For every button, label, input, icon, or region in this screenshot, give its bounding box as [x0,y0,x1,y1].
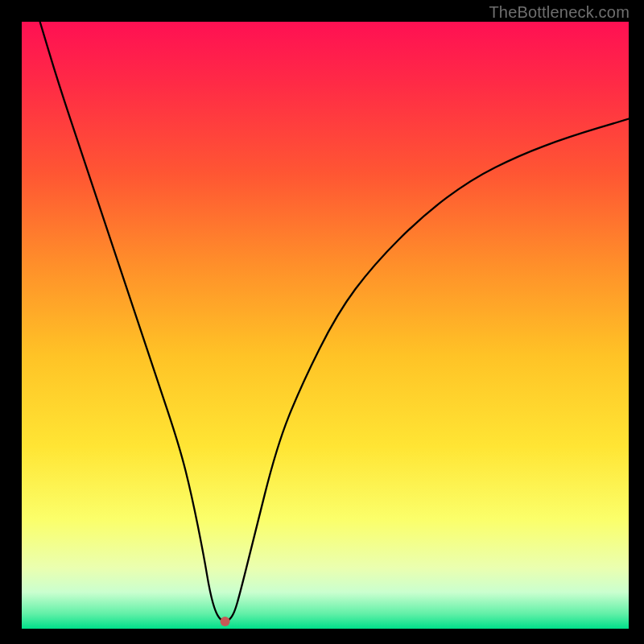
optimal-point-marker [221,617,230,626]
gradient-background [22,22,629,629]
watermark-text: TheBottleneck.com [489,3,630,22]
plot-area [22,22,629,629]
chart-stage: TheBottleneck.com [0,0,644,644]
bottleneck-chart-svg [22,22,629,629]
